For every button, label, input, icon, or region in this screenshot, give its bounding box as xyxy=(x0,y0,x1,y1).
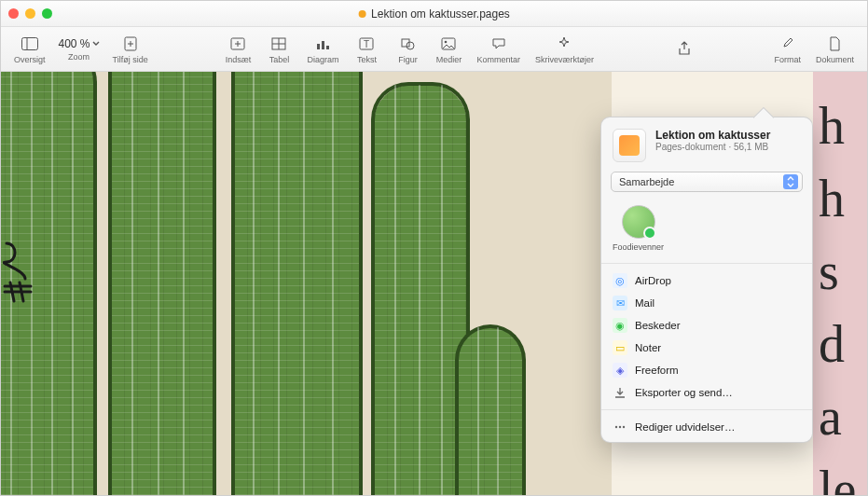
media-icon xyxy=(439,34,458,53)
brush-icon xyxy=(778,34,797,53)
text-button[interactable]: T Tekst xyxy=(346,33,387,66)
handwriting-mark xyxy=(3,240,34,305)
close-window-button[interactable] xyxy=(8,8,19,19)
chevron-updown-icon xyxy=(783,174,798,189)
share-option-edit-extensions[interactable]: Rediger udvidelser… xyxy=(607,416,806,438)
zoom-dropdown[interactable]: 400 % Zoom xyxy=(53,35,105,63)
messages-icon: ◉ xyxy=(613,318,627,333)
collaborator-item[interactable]: Foodievenner xyxy=(613,205,664,252)
svg-rect-13 xyxy=(326,46,329,49)
text-icon: T xyxy=(357,34,376,53)
share-option-mail[interactable]: ✉Mail xyxy=(607,292,806,314)
maximize-window-button[interactable] xyxy=(42,8,52,19)
svg-rect-12 xyxy=(322,41,324,49)
share-doc-title: Lektion om kaktusser xyxy=(655,129,770,142)
window-title-text: Lektion om kaktusser.pages xyxy=(371,7,510,21)
share-options-list: ◎AirDrop ✉Mail ◉Beskeder ▭Noter ◈Freefor… xyxy=(601,266,812,407)
sparkle-icon xyxy=(555,34,573,53)
collaborators-row: Foodievenner xyxy=(601,201,812,261)
cactus-illustration xyxy=(111,72,214,495)
window-controls xyxy=(8,8,52,19)
cactus-illustration xyxy=(234,72,360,495)
toolbar: Oversigt 400 % Zoom Tilføj side Indsæt T… xyxy=(1,27,867,72)
share-option-export[interactable]: Eksporter og send… xyxy=(607,381,806,404)
chevron-down-icon xyxy=(92,41,100,47)
format-button[interactable]: Format xyxy=(766,33,808,66)
document-area: h h s d a le Lektion om kaktusser Pages-… xyxy=(1,72,867,495)
share-doc-subtitle: Pages-dokument · 56,1 MB xyxy=(655,142,770,152)
svg-point-21 xyxy=(619,426,621,428)
document-thumbnail xyxy=(613,129,646,162)
cactus-illustration xyxy=(374,85,467,495)
share-popover: Lektion om kaktusser Pages-dokument · 56… xyxy=(600,117,813,443)
share-button[interactable] xyxy=(664,37,705,62)
avatar xyxy=(622,205,655,239)
add-page-icon xyxy=(121,34,140,53)
status-badge-icon xyxy=(643,227,656,240)
minimize-window-button[interactable] xyxy=(25,8,35,19)
table-button[interactable]: Tabel xyxy=(258,33,299,66)
shape-button[interactable]: Figur xyxy=(387,33,428,66)
divider xyxy=(601,263,812,264)
insert-icon xyxy=(228,34,247,53)
freeform-icon: ◈ xyxy=(613,363,627,378)
mail-icon: ✉ xyxy=(613,296,627,310)
airdrop-icon: ◎ xyxy=(613,273,627,288)
share-option-freeform[interactable]: ◈Freeform xyxy=(607,359,806,381)
next-page-sliver: h h s d a le xyxy=(813,72,867,495)
more-icon xyxy=(613,420,627,434)
svg-point-19 xyxy=(445,40,448,43)
svg-rect-0 xyxy=(21,37,37,49)
svg-point-20 xyxy=(615,426,617,428)
writing-tools-button[interactable]: Skriveværktøjer xyxy=(528,33,601,66)
document-button[interactable]: Dokument xyxy=(808,33,861,66)
export-icon xyxy=(613,385,627,400)
share-option-notes[interactable]: ▭Noter xyxy=(607,337,806,359)
chart-icon xyxy=(313,34,332,53)
titlebar: Lektion om kaktusser.pages xyxy=(1,1,867,27)
svg-rect-11 xyxy=(317,44,320,49)
sidebar-icon xyxy=(21,34,39,53)
svg-point-17 xyxy=(406,42,414,49)
divider xyxy=(601,409,812,410)
document-icon xyxy=(825,34,844,53)
svg-text:T: T xyxy=(364,39,369,49)
table-icon xyxy=(269,34,288,53)
share-option-airdrop[interactable]: ◎AirDrop xyxy=(607,269,806,292)
oversigt-button[interactable]: Oversigt xyxy=(7,33,53,66)
share-option-messages[interactable]: ◉Beskeder xyxy=(607,314,806,337)
shape-icon xyxy=(398,34,417,53)
chart-button[interactable]: Diagram xyxy=(299,33,346,66)
add-page-button[interactable]: Tilføj side xyxy=(105,33,156,66)
app-window: Lektion om kaktusser.pages Oversigt 400 … xyxy=(0,0,868,496)
share-mode-select[interactable]: Samarbejde xyxy=(611,172,803,192)
insert-button[interactable]: Indsæt xyxy=(217,33,258,66)
media-button[interactable]: Medier xyxy=(428,33,469,66)
notes-icon: ▭ xyxy=(613,340,627,355)
cactus-illustration xyxy=(458,327,523,495)
comment-button[interactable]: Kommentar xyxy=(469,33,528,66)
popover-header: Lektion om kaktusser Pages-dokument · 56… xyxy=(601,117,812,170)
svg-point-22 xyxy=(623,426,625,428)
comment-icon xyxy=(489,34,508,53)
window-title: Lektion om kaktusser.pages xyxy=(358,7,510,21)
share-icon xyxy=(675,39,694,58)
document-modified-indicator xyxy=(358,10,365,18)
